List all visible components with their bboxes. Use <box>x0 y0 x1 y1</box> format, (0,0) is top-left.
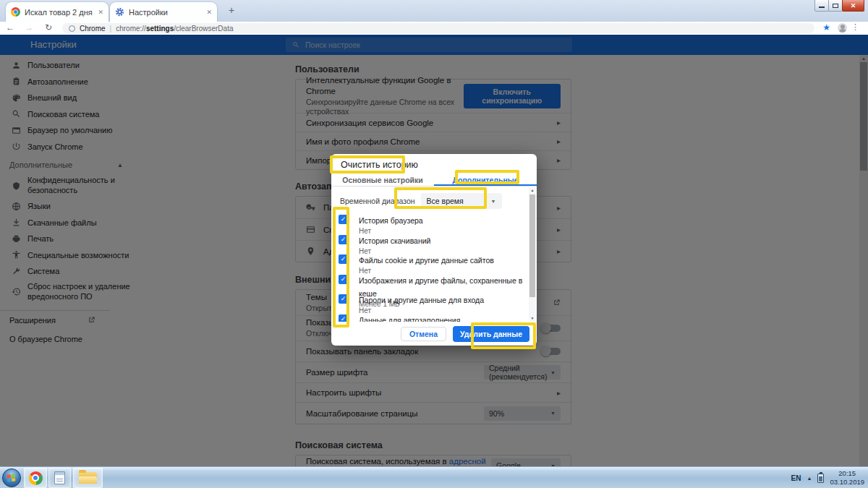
highlight-advanced-tab <box>455 170 519 184</box>
tab-title: Искал товар 2 дня назад - чист... <box>25 8 93 17</box>
browser-tab-1[interactable]: Искал товар 2 дня назад - чист... ✕ <box>6 2 109 22</box>
folder-icon <box>79 472 97 484</box>
url-app-label: Chrome <box>80 25 106 33</box>
reload-button[interactable]: ↻ <box>41 22 56 35</box>
new-tab-button[interactable]: + <box>223 4 240 17</box>
taskbar-chrome-button[interactable] <box>24 468 47 488</box>
close-button[interactable]: ✕ <box>842 0 864 12</box>
battery-icon[interactable] <box>817 474 824 483</box>
browser-menu-icon[interactable]: ⋮ <box>851 22 859 32</box>
cancel-button[interactable]: Отмена <box>401 327 446 341</box>
windows-logo-icon <box>7 474 16 482</box>
bookmark-star-icon[interactable]: ★ <box>822 22 830 33</box>
checkbox-row-autofill-data: ✓ Данные для автозаполнения <box>331 313 537 322</box>
highlight-checkbox-column <box>333 207 349 328</box>
browser-tab-settings[interactable]: Настройки ✕ <box>110 2 217 22</box>
highlight-delete-button <box>471 322 536 349</box>
start-button[interactable] <box>2 468 21 487</box>
browser-toolbar: ← → ↻ Chrome | chrome://settings/clearBr… <box>0 22 868 35</box>
settings-gear-favicon-icon <box>115 7 124 17</box>
chrome-favicon-icon <box>11 7 20 17</box>
maximize-button[interactable] <box>828 0 843 12</box>
taskbar-clock[interactable]: 20:15 03.10.2019 <box>830 469 864 487</box>
clock-time: 20:15 <box>830 469 864 478</box>
chrome-icon <box>29 471 43 485</box>
back-button[interactable]: ← <box>3 22 17 35</box>
language-indicator[interactable]: EN <box>791 474 801 482</box>
url-text: chrome://settings/clearBrowserData <box>116 25 233 33</box>
hidden-icons-chevron-icon[interactable]: ▲ <box>807 476 812 481</box>
checkbox-row-cached-files: ✓ Изображения и другие файлы, сохраненны… <box>331 273 537 294</box>
highlight-dialog-title <box>330 155 405 174</box>
chevron-down-icon: ▼ <box>491 199 496 204</box>
window-controls: ✕ <box>815 0 864 12</box>
dialog-scrollbar[interactable]: ▲ ▼ <box>529 187 536 321</box>
profile-avatar[interactable] <box>838 23 847 33</box>
tab-close-icon[interactable]: ✕ <box>98 9 103 16</box>
checkbox-row-browsing-history: ✓ История браузераНет <box>331 213 537 234</box>
scroll-up-icon[interactable]: ▲ <box>529 187 536 193</box>
checkbox-row-download-history: ✓ История скачиванийНет <box>331 234 537 254</box>
taskbar-explorer-button[interactable] <box>73 468 103 488</box>
taskbar-notepad-button[interactable] <box>48 468 71 488</box>
checkbox-row-cookies: ✓ Файлы cookie и другие данные сайтовНет <box>331 253 537 273</box>
notepad-icon <box>54 471 65 484</box>
windows-taskbar: EN ▲ 20:15 03.10.2019 <box>0 466 868 488</box>
address-bar[interactable]: Chrome | chrome://settings/clearBrowserD… <box>62 23 814 33</box>
tab-basic[interactable]: Основные настройки <box>331 174 434 186</box>
minimize-button[interactable] <box>814 0 829 12</box>
highlight-time-range <box>394 187 487 209</box>
page-info-icon[interactable] <box>69 25 75 32</box>
system-tray: EN ▲ 20:15 03.10.2019 <box>791 467 864 488</box>
tab-strip: Искал товар 2 дня назад - чист... ✕ Наст… <box>0 0 868 22</box>
scrollbar-thumb[interactable] <box>529 194 535 297</box>
scroll-down-icon[interactable]: ▼ <box>529 315 536 321</box>
clock-date: 03.10.2019 <box>830 478 864 487</box>
forward-button: → <box>22 22 36 35</box>
tab-close-icon[interactable]: ✕ <box>206 9 212 16</box>
tab-title: Настройки <box>129 8 202 17</box>
